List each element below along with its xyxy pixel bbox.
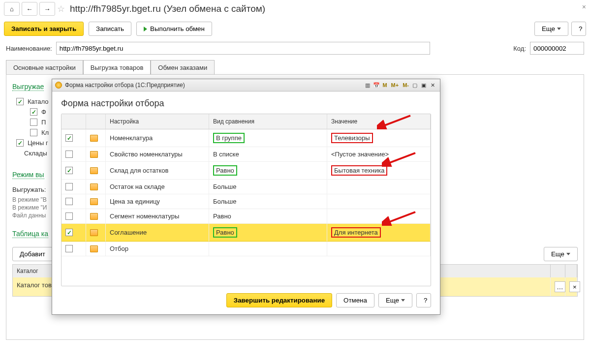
filter-row-name: Остаток на складе [106, 180, 209, 194]
cancel-button[interactable]: Отмена [336, 293, 374, 307]
filter-icon [90, 183, 98, 190]
m-plus-icon[interactable]: M+ [390, 82, 401, 89]
filter-row-compare[interactable]: Больше [209, 180, 327, 194]
filter-row-checkbox[interactable] [65, 198, 73, 205]
favorite-icon[interactable]: ☆ [57, 3, 65, 14]
filter-row-checkbox[interactable] [65, 151, 73, 158]
filter-row-compare[interactable]: В списке [209, 147, 327, 162]
name-label: Наименование: [6, 45, 52, 52]
filter-dialog: Форма настройки отбора (1С:Предприятие) … [52, 79, 440, 315]
filter-row-value[interactable] [327, 242, 431, 256]
filter-row-value[interactable]: Для интернета [327, 224, 431, 242]
minimize-icon[interactable]: ▢ [410, 81, 419, 90]
dialog-more-button[interactable]: Еще [378, 293, 412, 307]
filter-row-name: Цена за единицу [106, 194, 209, 209]
filter-row[interactable]: Склад для остатков Равно Бытовая техника [62, 162, 431, 180]
filter-row-value[interactable]: Телевизоры [327, 129, 431, 147]
forward-button[interactable]: → [39, 2, 55, 16]
calc-icon[interactable]: ▥ [363, 81, 372, 90]
filter-row-checkbox[interactable] [65, 245, 73, 252]
tab-main-settings[interactable]: Основные настройки [6, 60, 83, 75]
filter-row[interactable]: Свойство номенклатуры В списке <Пустое з… [62, 147, 431, 162]
close-icon[interactable]: × [582, 3, 586, 11]
maximize-icon[interactable]: ▣ [419, 81, 428, 90]
action-bar: Записать и закрыть Записать Выполнить об… [0, 18, 590, 40]
dialog-heading: Форма настройки отбора [52, 91, 440, 114]
home-button[interactable]: ⌂ [4, 2, 20, 16]
filter-table: Настройка Вид сравнения Значение Номенкл… [61, 114, 431, 286]
filter-icon [90, 213, 98, 220]
catalog-row-clear-button[interactable]: × [569, 281, 580, 292]
col-value[interactable]: Значение [327, 114, 431, 129]
arrow-left-icon: ← [26, 5, 32, 13]
filter-row-name: Сегмент номенклатуры [106, 209, 209, 224]
filter-row-checkbox[interactable] [65, 183, 73, 190]
filter-row-value[interactable]: Бытовая техника [327, 162, 431, 180]
filter-icon [90, 151, 98, 158]
tabs: Основные настройки Выгрузка товаров Обме… [0, 60, 590, 74]
filter-row-value[interactable] [327, 180, 431, 194]
filter-row-compare[interactable]: В группе [209, 129, 327, 147]
filter-row[interactable]: Остаток на складе Больше [62, 180, 431, 194]
section-mode-title: Режим вы [12, 171, 44, 179]
memory-icons: M M+ M- [381, 82, 410, 89]
dialog-footer: Завершить редактирование Отмена Еще ? [52, 286, 440, 314]
filter-row-value[interactable] [327, 194, 431, 209]
m-icon[interactable]: M [381, 82, 388, 89]
filter-row-value[interactable]: <Пустое значение> [327, 147, 431, 162]
upload-label: Выгружать: [12, 186, 46, 193]
filter-row[interactable]: Отбор [62, 242, 431, 256]
filter-row-compare[interactable]: Равно [209, 209, 327, 224]
dialog-titlebar[interactable]: Форма настройки отбора (1С:Предприятие) … [52, 79, 440, 91]
filter-row-compare[interactable]: Равно [209, 224, 327, 242]
code-input[interactable] [530, 42, 584, 55]
help-button[interactable]: ? [571, 22, 586, 36]
name-input[interactable] [56, 42, 430, 55]
filter-row-compare[interactable]: Больше [209, 194, 327, 209]
filter-row-checkbox[interactable] [65, 212, 73, 220]
name-code-row: Наименование: Код: [0, 40, 590, 60]
arrow-right-icon: → [44, 5, 50, 13]
filter-row[interactable]: Сегмент номенклатуры Равно [62, 209, 431, 224]
filter-row-name: Свойство номенклатуры [106, 147, 209, 162]
filter-row[interactable]: Цена за единицу Больше [62, 194, 431, 209]
filter-icon [90, 198, 98, 205]
section-upload-title: Выгружае [12, 83, 44, 91]
col-comparison[interactable]: Вид сравнения [209, 114, 327, 129]
tab-export-goods[interactable]: Выгрузка товаров [83, 60, 151, 75]
check-ph[interactable] [30, 108, 37, 116]
filter-row-value[interactable] [327, 209, 431, 224]
filter-row-checkbox[interactable] [65, 134, 73, 142]
check-prices[interactable] [16, 139, 24, 147]
save-button[interactable]: Записать [89, 22, 131, 36]
filter-row-compare[interactable] [209, 242, 327, 256]
chevron-down-icon [557, 28, 561, 30]
filter-row-checkbox[interactable] [65, 229, 73, 236]
col-setting[interactable]: Настройка [106, 114, 209, 129]
add-button[interactable]: Добавит [12, 247, 53, 261]
check-kl[interactable] [30, 129, 37, 136]
check-catalog[interactable] [16, 98, 24, 105]
catalog-more-button[interactable]: Еще [544, 247, 578, 261]
catalog-row-edit-button[interactable]: … [555, 281, 565, 292]
filter-row-name: Номенклатура [106, 129, 209, 147]
filter-row[interactable]: Соглашение Равно Для интернета [62, 224, 431, 242]
calendar-icon[interactable]: 📅 [372, 81, 381, 90]
finish-edit-button[interactable]: Завершить редактирование [226, 293, 332, 307]
more-button[interactable]: Еще [534, 22, 568, 36]
filter-icon [90, 167, 98, 174]
execute-exchange-button[interactable]: Выполнить обмен [136, 22, 212, 36]
filter-row-checkbox[interactable] [65, 167, 73, 174]
filter-row[interactable]: Номенклатура В группе Телевизоры [62, 129, 431, 147]
filter-row-compare[interactable]: Равно [209, 162, 327, 180]
save-close-button[interactable]: Записать и закрыть [4, 22, 84, 36]
dialog-close-icon[interactable]: ✕ [428, 81, 437, 90]
home-icon: ⌂ [10, 5, 14, 13]
check-pr[interactable] [30, 119, 37, 126]
m-minus-icon[interactable]: M- [401, 82, 410, 89]
dialog-help-button[interactable]: ? [416, 293, 431, 307]
section-table-title: Таблица ка [12, 230, 48, 238]
back-button[interactable]: ← [22, 2, 37, 16]
tab-exchange-orders[interactable]: Обмен заказами [151, 60, 215, 75]
code-label: Код: [513, 45, 526, 52]
